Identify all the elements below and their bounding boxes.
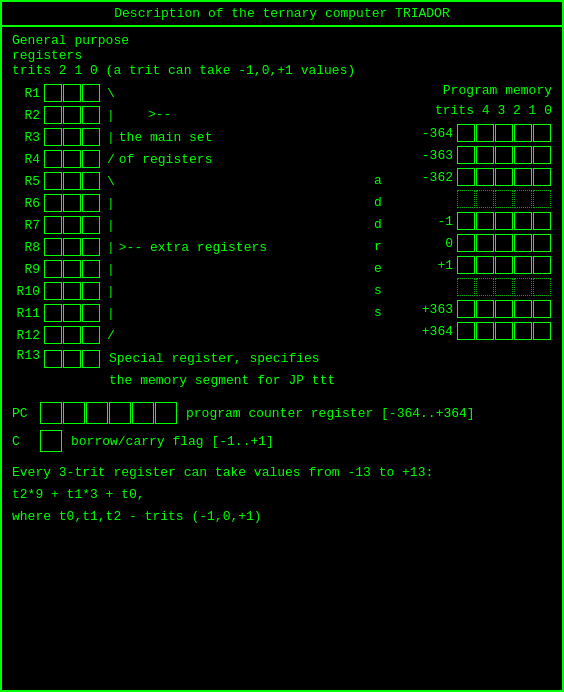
pc-label: PC	[12, 406, 40, 421]
pmem-cell-n363-2	[495, 146, 513, 164]
content-area: General purpose registers trits 2 1 0 (a…	[2, 27, 562, 534]
reg-label-r10: R10	[12, 284, 44, 299]
pmem-cell-0-4	[457, 234, 475, 252]
trit-r10-1	[63, 282, 81, 300]
reg-label-r9: R9	[12, 262, 44, 277]
trit-r12-2	[44, 326, 62, 344]
addr-label-col: a d d r e s s	[374, 170, 382, 324]
trit-r5-0	[82, 172, 100, 190]
trit-r4-0	[82, 150, 100, 168]
bracket-main-set: >--	[148, 82, 171, 170]
trit-r7-0	[82, 216, 100, 234]
pmem-cell-p1-3	[476, 256, 494, 274]
r3-bracket: |	[101, 130, 115, 145]
pmem-cell-n1-0	[533, 212, 551, 230]
pmem-header1-text: Program memory	[443, 83, 552, 98]
pmem-cell-n363-0	[533, 146, 551, 164]
r11-bracket: |	[101, 306, 115, 321]
pmem-cell-p1-4	[457, 256, 475, 274]
pmem-addr-n1: -1	[419, 214, 457, 229]
gp-line1: General purpose	[12, 33, 552, 48]
pc-desc: program counter register [-364..+364]	[178, 406, 475, 421]
trit-r11-1	[63, 304, 81, 322]
trit-r8-0	[82, 238, 100, 256]
r10-bracket: |	[101, 284, 115, 299]
pmem-cell-n363-1	[514, 146, 532, 164]
pmem-addr-p364: +364	[419, 324, 457, 339]
pmem-cell-n364-0	[533, 124, 551, 142]
pmem-cell-p363-2	[495, 300, 513, 318]
r12-bracket: /	[101, 328, 115, 343]
r4-bracket: /	[101, 152, 115, 167]
pc-cell-0	[155, 402, 177, 424]
trit-r1-0	[82, 84, 100, 102]
reg-label-r5: R5	[12, 174, 44, 189]
pmem-cell-p364-3	[476, 322, 494, 340]
trit-r11-2	[44, 304, 62, 322]
r5-bracket: \	[101, 174, 115, 189]
addr-label-d1: d	[374, 192, 382, 214]
trit-r11-0	[82, 304, 100, 322]
trit-r9-1	[63, 260, 81, 278]
pmem-cell-n363-3	[476, 146, 494, 164]
trit-r2-1	[63, 106, 81, 124]
trit-r4-1	[63, 150, 81, 168]
pmem-row-p364: +364	[419, 320, 552, 342]
pmem-cell-0-2	[495, 234, 513, 252]
pmem-cell-dot2-3	[476, 278, 494, 296]
formula-line2: t2*9 + t1*3 + t0,	[12, 484, 552, 506]
reg-label-r13: R13	[12, 348, 44, 363]
pmem-addr-p1: +1	[419, 258, 457, 273]
formula-section: Every 3-trit register can take values fr…	[12, 462, 552, 528]
trit-r2-0	[82, 106, 100, 124]
gp-line3: trits 2 1 0 (a trit can take -1,0,+1 val…	[12, 63, 552, 78]
trit-r13-2	[44, 350, 62, 368]
trit-r12-0	[82, 326, 100, 344]
pmem-addr-p363: +363	[419, 302, 457, 317]
trit-r3-0	[82, 128, 100, 146]
pmem-cell-dot2-0	[533, 278, 551, 296]
addr-label-d2: d	[374, 214, 382, 236]
title-bar: Description of the ternary computer TRIA…	[2, 2, 562, 27]
pmem-cell-n1-3	[476, 212, 494, 230]
reg-label-r7: R7	[12, 218, 44, 233]
c-desc: borrow/carry flag [-1..+1]	[63, 434, 274, 449]
pmem-addr-n362: -362	[419, 170, 457, 185]
pc-section: PC program counter register [-364..+364]	[12, 402, 552, 424]
register-row-r13: R13 Special register, specifiesthe memor…	[12, 346, 552, 392]
section-header: General purpose registers trits 2 1 0 (a…	[12, 33, 552, 78]
trit-r1-2	[44, 84, 62, 102]
trit-r5-2	[44, 172, 62, 190]
pc-cells	[40, 402, 178, 424]
formula-line1: Every 3-trit register can take values fr…	[12, 462, 552, 484]
addr-label-r: r	[374, 236, 382, 258]
c-section: C borrow/carry flag [-1..+1]	[12, 430, 552, 452]
reg-label-r12: R12	[12, 328, 44, 343]
pmem-cell-n364-1	[514, 124, 532, 142]
trit-r6-1	[63, 194, 81, 212]
trit-r1-1	[63, 84, 81, 102]
pmem-cell-dot1-4	[457, 190, 475, 208]
pmem-cell-n364-3	[476, 124, 494, 142]
pmem-cell-n362-2	[495, 168, 513, 186]
trit-r3-2	[44, 128, 62, 146]
reg-label-r2: R2	[12, 108, 44, 123]
r8-bracket: |	[101, 240, 115, 255]
pmem-cell-n362-1	[514, 168, 532, 186]
pmem-cell-dot2-1	[514, 278, 532, 296]
r7-bracket: |	[101, 218, 115, 233]
trit-r7-1	[63, 216, 81, 234]
pmem-cell-n363-4	[457, 146, 475, 164]
pmem-row-dot1	[419, 188, 552, 210]
pmem-cell-p1-1	[514, 256, 532, 274]
pmem-cell-0-1	[514, 234, 532, 252]
pmem-header2: trits 4 3 2 1 0	[419, 102, 552, 120]
pmem-header1: Program memory	[419, 82, 552, 100]
addr-label-s2: s	[374, 302, 382, 324]
pmem-cell-p1-0	[533, 256, 551, 274]
pmem-row-p1: +1	[419, 254, 552, 276]
pmem-cell-n362-4	[457, 168, 475, 186]
reg-label-r6: R6	[12, 196, 44, 211]
pmem-cell-n1-2	[495, 212, 513, 230]
trit-r12-1	[63, 326, 81, 344]
